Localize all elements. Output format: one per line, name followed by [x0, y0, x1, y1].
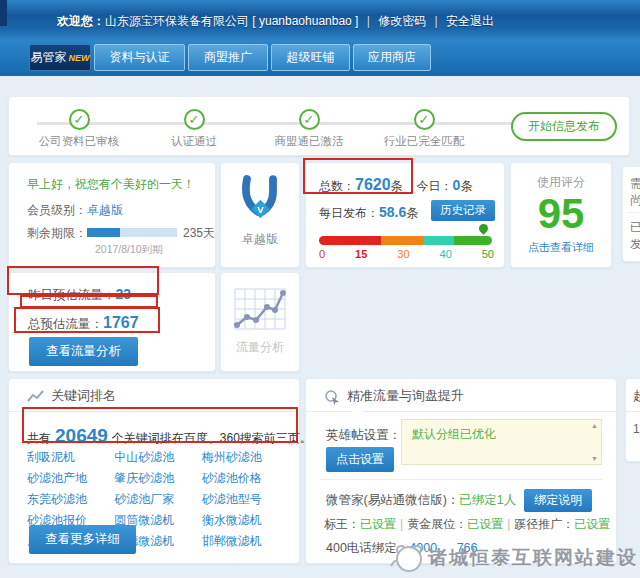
tab-profile-certification[interactable]: 资料与认证	[94, 44, 185, 71]
more-keywords-button[interactable]: 查看更多详细	[29, 525, 136, 554]
onboarding-progress: ✓ 公司资料已审核 ✓ 认证通过 ✓ 商盟通已激活 ✓ 行业已完全匹配 开始信息…	[8, 96, 630, 156]
membership-badge-label: 卓越版	[221, 231, 299, 248]
change-password-link[interactable]: 修改密码	[378, 14, 426, 28]
logout-link[interactable]: 安全退出	[446, 14, 494, 28]
daily-publish-row: 每日发布：58.6条	[319, 204, 418, 222]
publish-totals-row: 总数：7620条今日：0条	[319, 176, 472, 195]
keyword-link[interactable]: 砂滤池价格	[202, 470, 285, 487]
divider	[320, 479, 602, 480]
dashboard-screen: 欢迎您：山东源宝环保装备有限公司 [ yuanbaohuanbao ] | 修改…	[0, 0, 640, 578]
keyword-ranking-card: 关键词排名 共有20649个关键词排在百度、360搜索前三页。 刮吸泥机 中山砂…	[8, 378, 300, 564]
keyword-link[interactable]: 东莞砂滤池	[27, 491, 110, 508]
divider	[627, 212, 640, 213]
tab-app-store[interactable]: 应用商店	[353, 44, 431, 71]
new-badge: NEW	[69, 53, 90, 63]
score-value: 95	[511, 191, 611, 237]
watermark-text: 诸城恒泰互联网站建设	[428, 545, 638, 571]
yesterday-traffic-value: 23	[116, 286, 132, 302]
promotion-card: 精准流量与询盘提升 英雄帖设置： 点击设置 默认分组已优化 ▲ ▼ 微管家(易站…	[305, 378, 617, 564]
keyword-link[interactable]: 肇庆砂滤池	[114, 470, 197, 487]
keyword-link[interactable]: 刮吸泥机	[27, 449, 110, 466]
check-icon: ✓	[414, 109, 435, 130]
member-level-link[interactable]: 卓越版	[87, 203, 123, 217]
corner-decoration	[0, 0, 7, 26]
greeting-message: 早上好，祝您有个美好的一天！	[27, 176, 195, 193]
publish-stats-card: 总数：7620条今日：0条 每日发布：58.6条 历史记录 0 15 30 40…	[305, 162, 505, 268]
promotion-card-title: 精准流量与询盘提升	[347, 388, 464, 403]
keyword-card-title: 关键词排名	[51, 388, 116, 403]
hero-post-label: 英雄帖设置：	[326, 427, 401, 444]
tab-alliance-promotion[interactable]: 商盟推广	[188, 44, 268, 71]
publish-scale-bar	[319, 236, 492, 245]
member-level-row: 会员级别：卓越版	[27, 202, 123, 219]
keyword-link[interactable]: 中山砂滤池	[114, 449, 197, 466]
membership-badge-card: V 卓越版	[220, 162, 300, 268]
keyword-count: 20649	[55, 425, 108, 446]
clipped-side-card-top: 需 尚 已 发	[622, 166, 640, 262]
traffic-card: 昨日预估流量：23 总预估流量：1767 查看流量分析	[8, 272, 216, 372]
wechat-bind-status: 已绑定1人	[459, 493, 516, 507]
keyword-link[interactable]: 砂滤池厂家	[114, 491, 197, 508]
score-title: 使用评分	[511, 174, 611, 191]
traffic-chart-label: 流量分析	[221, 339, 299, 356]
yesterday-traffic-row: 昨日预估流量：23	[28, 286, 131, 304]
history-button[interactable]: 历史记录	[431, 200, 495, 221]
expire-date: 2017/8/10到期	[95, 243, 163, 257]
traffic-chart-card: 流量分析	[220, 272, 300, 372]
promotion-setup-row: 标王：已设置|黄金展位：已设置|蹊径推广：已设置	[324, 516, 610, 533]
check-icon: ✓	[299, 109, 320, 130]
daily-count: 58.6	[379, 204, 406, 220]
remaining-term-row: 剩余期限：235天	[27, 225, 215, 242]
keyword-summary: 共有20649个关键词排在百度、360搜索前三页。	[27, 425, 312, 447]
scale-ticks: 0 15 30 40 50	[319, 248, 494, 260]
welcome-line: 欢迎您：山东源宝环保装备有限公司 [ yuanbaohuanbao ] | 修改…	[57, 13, 494, 30]
main-nav: 易管家NEW 资料与认证 商盟推广 超级旺铺 应用商店	[0, 40, 640, 76]
total-count: 7620	[355, 176, 391, 193]
step-industry-matched: ✓ 行业已完全匹配	[369, 109, 479, 149]
step-certified: ✓ 认证通过	[139, 109, 249, 149]
keyword-link[interactable]: 砂滤池型号	[202, 491, 285, 508]
watermark-panda-logo	[388, 542, 428, 574]
clipped-side-card-bottom: 超 1,	[625, 378, 640, 462]
scroll-up-icon[interactable]: ▲	[591, 422, 598, 429]
welcome-bar: 欢迎您：山东源宝环保装备有限公司 [ yuanbaohuanbao ] | 修改…	[0, 0, 640, 40]
watermark: 诸城恒泰互联网站建设	[388, 542, 638, 574]
score-detail-link[interactable]: 点击查看详细	[528, 241, 594, 253]
scale-pin-icon	[477, 222, 490, 235]
svg-text:V: V	[257, 204, 264, 215]
line-chart-icon	[231, 285, 289, 333]
step-alliance-activated: ✓ 商盟通已激活	[254, 109, 364, 149]
company-name: 山东源宝环保装备有限公司 [ yuanbaohuanbao ]	[105, 14, 358, 28]
total-traffic-row: 总预估流量：1767	[28, 314, 139, 333]
scroll-down-icon[interactable]: ▼	[591, 455, 598, 462]
keyword-link[interactable]: 砂滤池产地	[27, 470, 110, 487]
trend-zigzag-icon	[27, 390, 45, 403]
click-target-icon	[324, 389, 341, 405]
promotion-card-header: 精准流量与询盘提升	[306, 379, 616, 412]
start-publishing-button[interactable]: 开始信息发布	[511, 112, 617, 141]
tab-yiguanjia[interactable]: 易管家NEW	[29, 44, 91, 71]
step-profile-reviewed: ✓ 公司资料已审核	[24, 109, 134, 149]
hero-status-text: 默认分组已优化	[402, 420, 601, 449]
traffic-analysis-button[interactable]: 查看流量分析	[29, 337, 138, 366]
keyword-link[interactable]: 邯郸微滤机	[202, 533, 285, 550]
wechat-manager-row: 微管家(易站通微信版)：已绑定1人绑定说明	[326, 489, 592, 512]
greeting-card: 早上好，祝您有个美好的一天！ 会员级别：卓越版 剩余期限：235天 2017/8…	[8, 162, 216, 268]
total-traffic-value: 1767	[103, 314, 139, 331]
hero-set-button[interactable]: 点击设置	[326, 447, 394, 472]
check-icon: ✓	[69, 109, 90, 130]
welcome-label: 欢迎您：	[57, 14, 105, 28]
keyword-card-header: 关键词排名	[9, 379, 299, 412]
remaining-term-progressbar	[87, 228, 177, 237]
tab-super-shop[interactable]: 超级旺铺	[271, 44, 350, 71]
keyword-link[interactable]: 梅州砂滤池	[202, 449, 285, 466]
bind-help-button[interactable]: 绑定说明	[524, 489, 592, 512]
keyword-link[interactable]: 衡水微滤机	[202, 512, 285, 529]
zhuoyue-badge-logo: V	[234, 173, 286, 225]
usage-score-card: 使用评分 95 点击查看详细	[510, 162, 612, 268]
hero-status-box[interactable]: 默认分组已优化 ▲ ▼	[401, 419, 602, 465]
check-icon: ✓	[184, 109, 205, 130]
